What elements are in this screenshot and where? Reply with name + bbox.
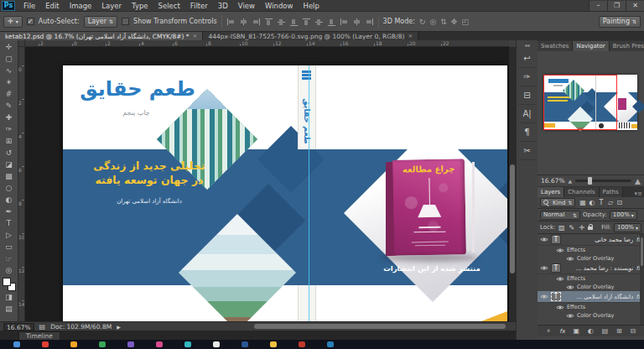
menu-type[interactable]: Type [127, 0, 153, 12]
visibility-eye-icon[interactable] [540, 265, 548, 271]
restore-button[interactable]: ❐ [607, 1, 626, 11]
filter-pixel-layers-icon[interactable]: ▦ [578, 199, 587, 206]
color-overlay-row[interactable]: Color Overlay [538, 311, 644, 320]
close-tab-icon[interactable]: × [193, 33, 198, 39]
panel-paragraph-icon[interactable]: ¶ [518, 123, 537, 142]
workspace-switcher[interactable]: Painting⇅ [599, 16, 641, 28]
3d-rotate-icon[interactable]: ↻ [419, 18, 426, 26]
taskbar-app-icon-10[interactable] [270, 341, 277, 347]
taskbar-app-icon-11[interactable] [299, 341, 305, 347]
layer-name[interactable]: نویسنده : رضا محمد ... [564, 265, 633, 272]
align-bottom-icon[interactable] [289, 18, 299, 26]
menu-window[interactable]: Window [260, 0, 299, 12]
filter-adjustment-layers-icon[interactable]: ◐ [587, 199, 596, 206]
layer-name[interactable]: رضا محمد خانی [564, 237, 633, 243]
layer-row-1[interactable]: Tرضا محمد خانیfx [538, 234, 644, 246]
3d-scale-icon[interactable]: ◰ [461, 18, 469, 26]
eyedropper-tool-icon[interactable]: ✎ [2, 100, 17, 112]
zoom-out-mountain-icon[interactable]: ▲ [569, 178, 573, 184]
horizontal-scrollbar-thumb[interactable] [254, 324, 506, 329]
tab-swatches[interactable]: Swatches [538, 41, 573, 51]
panel-character-icon[interactable]: A| [518, 105, 537, 123]
document-tab-1[interactable]: ketab12.psd @ 16.7% (دانشگاه آزاد اسلامی… [0, 32, 203, 40]
panel-clone-source-icon[interactable]: ⊟ [518, 86, 537, 105]
3d-slide-icon[interactable]: ✥ [451, 18, 458, 26]
shape-tool-icon[interactable]: ▭ [2, 241, 17, 253]
layer-effects-row[interactable]: Effects [538, 246, 644, 254]
distribute-v-center-icon[interactable] [314, 18, 324, 26]
collapse-dock-icon[interactable]: ◂◂ [524, 42, 529, 48]
layer-row-3[interactable]: Tدانشگاه آزاد اسلامی ...fx [538, 291, 644, 303]
navigator-thumbnail[interactable] [543, 75, 637, 130]
tab-channels[interactable]: Channels [564, 187, 599, 197]
lock-position-icon[interactable]: ✛ [578, 224, 585, 232]
taskbar-app-icon-6[interactable] [156, 341, 163, 347]
delete-layer-icon[interactable]: ⊟ [630, 327, 636, 335]
menu-view[interactable]: View [233, 0, 260, 12]
visibility-eye-icon[interactable] [540, 237, 548, 242]
tab-brush-presets[interactable]: Brush Presets [610, 41, 644, 51]
menu-help[interactable]: Help [299, 0, 325, 12]
timeline-tab[interactable]: Timeline [18, 331, 60, 340]
navigator-view-rectangle[interactable] [543, 75, 617, 130]
visibility-eye-icon[interactable] [566, 256, 574, 262]
menu-edit[interactable]: Edit [40, 0, 64, 12]
align-h-center-icon[interactable] [239, 18, 248, 26]
3d-drag-icon[interactable]: ⇅ [440, 18, 447, 26]
distribute-h-center-icon[interactable] [352, 18, 361, 26]
filter-kind-dropdown[interactable]: Kind⇅ [540, 198, 575, 207]
blend-mode-dropdown[interactable]: Normal⇅ [540, 211, 580, 220]
align-top-icon[interactable] [264, 18, 273, 26]
clone-stamp-tool-icon[interactable]: ⊞ [2, 135, 17, 147]
taskbar-app-icon-3[interactable] [70, 341, 77, 347]
path-selection-tool-icon[interactable]: ▷ [2, 229, 17, 241]
lock-all-icon[interactable] [588, 224, 594, 231]
marquee-tool-icon[interactable]: ▢ [2, 53, 17, 65]
tab-paths[interactable]: Paths [600, 187, 623, 197]
menu-filter[interactable]: Filter [185, 0, 213, 12]
vertical-scrollbar[interactable] [509, 47, 516, 321]
taskbar-app-icon-7[interactable] [184, 341, 191, 347]
menu-select[interactable]: Select [153, 0, 185, 12]
zoom-tool-icon[interactable]: ◎ [2, 264, 17, 276]
add-mask-icon[interactable]: ▣ [574, 327, 580, 335]
windows-taskbar[interactable] [0, 340, 644, 349]
navigator-zoom-value[interactable]: 16.67% [541, 177, 565, 185]
brush-tool-icon[interactable]: ✑ [2, 123, 17, 135]
visibility-eye-icon[interactable] [540, 294, 548, 300]
taskbar-app-icon-12[interactable] [327, 341, 334, 347]
panel-brush-icon[interactable]: ✑ [518, 68, 537, 86]
filter-type-layers-icon[interactable]: T [596, 199, 605, 206]
type-tool-icon[interactable]: T [2, 217, 17, 229]
magic-wand-tool-icon[interactable]: ✶ [2, 76, 17, 88]
lock-pixels-icon[interactable]: ✎ [568, 224, 575, 232]
fill-value[interactable]: 100%▾ [614, 223, 641, 232]
distribute-top-icon[interactable] [302, 18, 311, 26]
zoom-slider-thumb[interactable] [588, 177, 592, 185]
close-tab-icon[interactable]: × [408, 33, 413, 39]
tab-layers[interactable]: Layers [538, 187, 564, 197]
filter-shape-layers-icon[interactable]: ▱ [605, 199, 615, 206]
quick-mask-button[interactable]: ◨ [2, 291, 17, 303]
layer-style-icon[interactable]: fx [559, 328, 565, 335]
taskbar-app-icon-5[interactable] [127, 341, 134, 347]
healing-brush-tool-icon[interactable]: ✚ [2, 112, 17, 123]
pen-tool-icon[interactable]: ✒ [2, 206, 17, 217]
color-swatches[interactable] [3, 278, 16, 291]
horizontal-ruler[interactable]: 20246810121416182022 [25, 40, 509, 47]
panel-history-icon[interactable]: ↩ [518, 49, 537, 68]
taskbar-app-icon-4[interactable] [99, 341, 106, 347]
taskbar-app-icon-9[interactable] [242, 341, 248, 347]
zoom-level-field[interactable]: 16.67% [3, 323, 34, 331]
show-transform-checkbox[interactable] [122, 18, 129, 25]
hand-tool-icon[interactable]: ☞ [2, 253, 17, 264]
menu-3d[interactable]: 3D [213, 0, 233, 12]
tab-navigator[interactable]: Navigator [573, 41, 609, 51]
visibility-eye-icon[interactable] [556, 305, 564, 310]
align-right-icon[interactable] [252, 18, 261, 26]
type-layer-thumbnail[interactable]: T [551, 292, 561, 301]
link-layers-icon[interactable]: ⚬ [546, 327, 552, 335]
navigator-zoom-slider[interactable] [575, 180, 631, 182]
type-layer-thumbnail[interactable]: T [551, 263, 561, 273]
taskbar-app-icon-8[interactable] [213, 341, 220, 347]
